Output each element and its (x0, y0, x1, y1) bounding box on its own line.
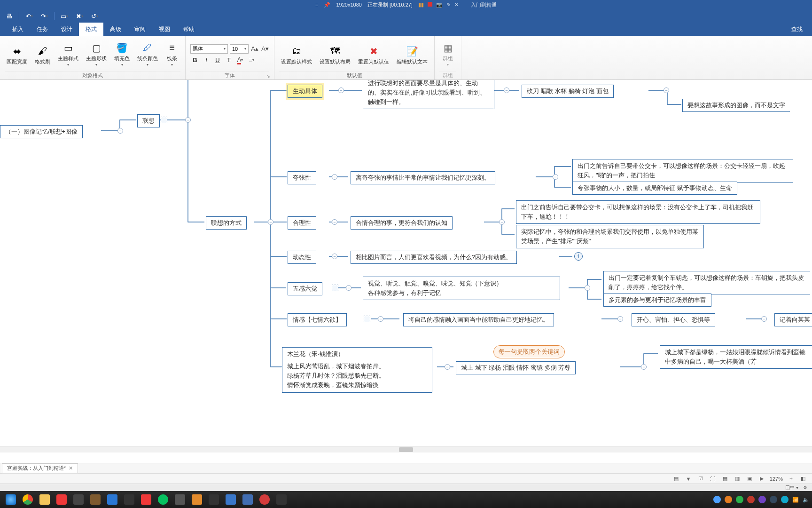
taskbar-app4-icon[interactable] (121, 492, 137, 507)
taskbar-vivaldi-icon[interactable] (54, 492, 70, 507)
toggle[interactable] (617, 316, 623, 322)
edit-default-text-button[interactable]: 📝编辑默认文本 (395, 44, 429, 65)
toggle[interactable] (378, 316, 383, 322)
view-outline-icon[interactable]: ▤ (672, 475, 680, 483)
tab-help[interactable]: 帮助 (177, 23, 201, 36)
node-reasonable-alt[interactable]: 实际记忆中，夸张的和合理的场景我们交替使用，以免单独使用某类场景，产生"排斥""… (516, 225, 704, 248)
node-count-badge[interactable]: 1 (574, 252, 583, 261)
zoom-fit-icon[interactable]: ⛶ (709, 475, 717, 483)
bold-button[interactable]: B (190, 56, 200, 65)
node-reasonable-scene[interactable]: 出门之前告诉自己要带公交卡，可以想像这样的场景：没有公交卡上了车，司机把我赶下车… (516, 200, 760, 224)
mindmap-canvas[interactable]: （一）图像记忆/联想+图像 联想 联想的方式 生动具体 进行联想时的画面要尽量是… (0, 80, 812, 498)
ime-settings-icon[interactable]: ⚙ (803, 485, 807, 490)
font-color-button[interactable]: A▾ (235, 56, 245, 65)
increase-font-button[interactable]: A▴ (250, 45, 259, 53)
stop-icon[interactable] (428, 2, 432, 7)
taskbar-wechat-icon[interactable] (155, 492, 171, 507)
decrease-font-button[interactable]: A▾ (261, 45, 269, 53)
format-painter-button[interactable]: 🖌格式刷 (33, 44, 52, 65)
strike-button[interactable]: T (224, 56, 234, 65)
boundary-icon[interactable] (161, 117, 167, 123)
taskbar-chrome-icon[interactable] (20, 492, 36, 507)
toggle[interactable] (332, 174, 337, 180)
tray-volume-icon[interactable]: 🔈 (803, 497, 809, 503)
redo-icon[interactable]: ↷▾ (39, 11, 49, 21)
tray-icon[interactable] (770, 496, 777, 503)
view-mode-icon[interactable]: ▦ (721, 475, 729, 483)
taskbar-app7-icon[interactable] (240, 492, 256, 507)
node-poem-keywords[interactable]: 城上 城下 绿杨 泪眼 情怀 鸾镜 多病 芳尊 (456, 361, 576, 374)
node-exaggerate[interactable]: 夸张性 (288, 171, 316, 184)
tray-icon[interactable] (747, 496, 755, 503)
fill-color-button[interactable]: 🪣填充色▾ (112, 40, 132, 69)
node-emotion-detail[interactable]: 将自己的感情融入画面当中能帮助自己更好地记忆。 (403, 313, 554, 326)
node-method[interactable]: 联想的方式 (206, 216, 247, 230)
toggle[interactable] (117, 128, 123, 134)
tab-review[interactable]: 审阅 (128, 23, 152, 36)
boundary-icon[interactable] (332, 285, 338, 291)
tab-format[interactable]: 格式 (79, 23, 103, 36)
toggle[interactable] (553, 174, 558, 180)
taskbar-app6-icon[interactable] (189, 492, 205, 507)
taskbar-app3-icon[interactable] (104, 492, 120, 507)
view-mode3-icon[interactable]: ▣ (745, 475, 754, 483)
node-senses-rich[interactable]: 多元素的参与更利于记忆场景的丰富 (603, 294, 711, 307)
taskbar-mindmanager-icon[interactable] (223, 492, 239, 507)
taskbar-app1-icon[interactable] (70, 492, 86, 507)
ime-indicator[interactable]: 囗中 ▾ (785, 484, 798, 491)
underline-button[interactable]: U (213, 56, 222, 65)
font-name-combo[interactable]: 黑体▾ (190, 44, 228, 54)
node-emotion[interactable]: 情感【七情六欲】 (288, 313, 347, 326)
tab-advanced[interactable]: 高级 (103, 23, 128, 36)
line-color-button[interactable]: 🖊线条颜色▾ (135, 40, 160, 69)
node-exaggerate-scene[interactable]: 出门之前告诉自己要带公交卡，可以想像这样的场景：公交卡轻轻一扇，吹起狂风，"啪"… (572, 159, 793, 183)
start-button[interactable] (3, 492, 19, 507)
horizontal-scrollbar[interactable] (0, 446, 812, 452)
pause-icon[interactable]: ▮▮ (418, 2, 424, 8)
print-icon[interactable]: 🖶 (4, 11, 14, 21)
close-tab-icon[interactable]: ✕ (69, 465, 73, 471)
node-vivid-story[interactable]: 要想这故事形成的图像，而不是文字 (682, 99, 790, 112)
topic-style-button[interactable]: ▭主题样式▾ (56, 40, 80, 69)
tab-design[interactable]: 设计 (55, 23, 79, 36)
node-senses[interactable]: 五感六觉 (288, 282, 322, 295)
find-button[interactable]: 查找 (791, 25, 812, 33)
toggle[interactable] (499, 219, 505, 225)
taskbar-folder-icon[interactable] (37, 492, 53, 507)
taskbar-app2-icon[interactable] (87, 492, 103, 507)
panel-toggle-icon[interactable]: ◧ (799, 475, 807, 483)
toggle[interactable] (332, 219, 337, 225)
set-default-layout-button[interactable]: 🗺设置默认布局 (318, 44, 352, 65)
node-reasonable-detail[interactable]: 合情合理的事，更符合我们的认知 (351, 216, 453, 230)
align-button[interactable]: ≡▾ (247, 56, 256, 65)
node-senses-scene[interactable]: 出门一定要记着复制个车钥匙，可以想像这样的场景：车钥旋，把我头皮削了，疼疼疼，给… (603, 271, 810, 294)
toggle[interactable] (185, 117, 191, 123)
toggle[interactable] (504, 87, 509, 93)
zoom-in-icon[interactable]: ＋ (787, 475, 795, 483)
marker-icon[interactable]: ✖▾ (74, 11, 85, 21)
taskbar-app8-icon[interactable] (273, 492, 289, 507)
node-vivid-selected[interactable]: 生动具体 (288, 85, 322, 98)
tab-task[interactable]: 任务 (30, 23, 55, 36)
node-reasonable[interactable]: 合理性 (288, 216, 316, 230)
camera-icon[interactable]: 📷 (436, 2, 443, 8)
node-exaggerate-traits[interactable]: 夸张事物的大小，数量，或局部特征 赋予事物动态、生命 (572, 182, 737, 195)
toggle[interactable] (641, 364, 647, 370)
node-emotion-tail[interactable]: 记着向某某 (774, 313, 812, 326)
tray-icon[interactable] (736, 496, 743, 503)
toggle[interactable] (346, 285, 351, 291)
node-emotion-list[interactable]: 开心、害怕、担心、恐惧等 (632, 313, 715, 326)
node-vivid-detail[interactable]: 进行联想时的画面要尽量是具体的、生动的、实实在在的,好像可以亲眼看到、听到、触碰… (363, 80, 494, 109)
toggle[interactable] (761, 316, 767, 322)
font-size-combo[interactable]: 10▾ (230, 44, 249, 54)
undo-icon[interactable]: ↶▾ (24, 11, 34, 21)
set-default-style-button[interactable]: 🗂设置默认样式 (279, 44, 314, 65)
tab-view[interactable]: 视图 (152, 23, 177, 36)
line-style-button[interactable]: ≡线条▾ (164, 40, 180, 69)
node-dynamic[interactable]: 动态性 (288, 251, 316, 264)
filter-icon[interactable]: ▼ (684, 475, 693, 483)
node-exaggerate-detail[interactable]: 离奇夸张的事情比平常的事情让我们记忆更深刻。 (351, 171, 495, 184)
presentation-icon[interactable]: ▶ (757, 475, 766, 483)
topic-shape-button[interactable]: ▢主题形状▾ (84, 40, 109, 69)
tab-insert[interactable]: 插入 (6, 23, 30, 36)
